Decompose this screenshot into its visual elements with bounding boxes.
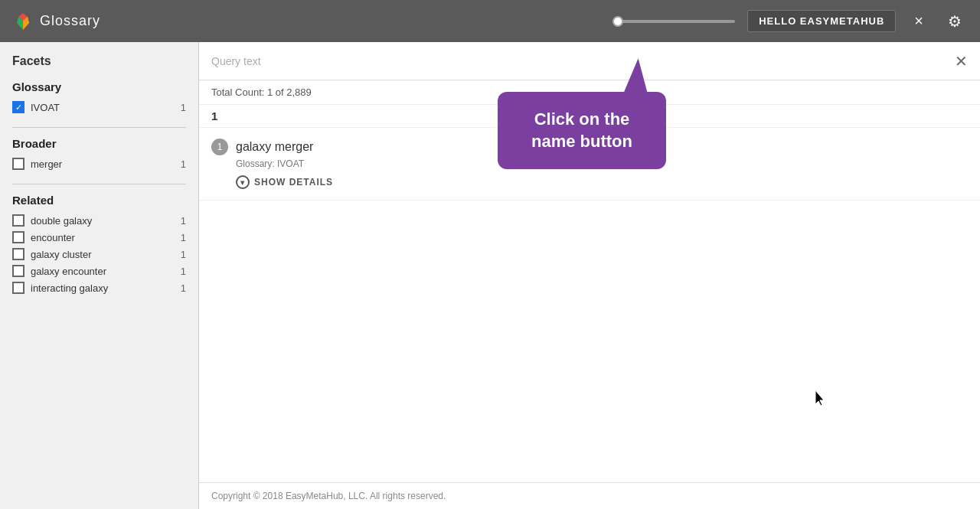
app-header: Glossary HELLO EASYMETAHUB × ⚙ xyxy=(0,0,980,42)
facet-section-title-glossary: Glossary xyxy=(12,80,186,93)
facet-section-glossary: Glossary IVOAT 1 xyxy=(12,80,186,113)
facet-item-double-galaxy: double galaxy 1 xyxy=(12,214,186,227)
facet-label-interacting-galaxy: interacting galaxy xyxy=(31,282,108,294)
show-details-button[interactable]: ▾ SHOW DETAILS xyxy=(236,175,333,189)
tooltip-bubble: Click on the name button xyxy=(498,92,666,169)
sidebar: Facets Glossary IVOAT 1 Broader merger 1 xyxy=(0,42,199,509)
facet-label-ivoat: IVOAT xyxy=(31,102,60,113)
query-bar: Query text ✕ xyxy=(199,42,980,80)
facet-item-galaxy-cluster: galaxy cluster 1 xyxy=(12,248,186,260)
footer-text: Copyright © 2018 EasyMetaHub, LLC. All r… xyxy=(211,491,446,501)
tooltip-text: Click on the name button xyxy=(531,109,632,151)
facet-count-merger: 1 xyxy=(181,158,186,170)
facet-count-ivoat: 1 xyxy=(181,102,186,113)
facet-section-title-broader: Broader xyxy=(12,137,186,150)
facet-checkbox-ivoat[interactable] xyxy=(12,101,24,113)
facet-section-title-related: Related xyxy=(12,194,186,207)
divider-1 xyxy=(12,127,186,128)
facet-count-interacting-galaxy: 1 xyxy=(181,282,186,294)
facet-label-merger: merger xyxy=(31,158,62,170)
user-button[interactable]: HELLO EASYMETAHUB xyxy=(747,10,896,32)
facet-label-galaxy-encounter: galaxy encounter xyxy=(31,266,106,277)
facet-section-related: Related double galaxy 1 encounter 1 ga xyxy=(12,194,186,294)
chevron-down-icon: ▾ xyxy=(236,175,250,189)
tooltip-callout: Click on the name button xyxy=(498,92,666,169)
facet-checkbox-interacting-galaxy[interactable] xyxy=(12,282,24,294)
facet-checkbox-encounter[interactable] xyxy=(12,231,24,243)
facet-item-interacting-galaxy: interacting galaxy 1 xyxy=(12,282,186,294)
facet-label-double-galaxy: double galaxy xyxy=(31,215,92,227)
main-layout: Facets Glossary IVOAT 1 Broader merger 1 xyxy=(0,42,980,509)
facet-count-galaxy-encounter: 1 xyxy=(181,266,186,277)
content-area: Query text ✕ Total Count: 1 of 2,889 1 1… xyxy=(199,42,980,509)
total-count-label: Total Count: 1 of 2,889 xyxy=(211,86,312,98)
slider-thumb[interactable] xyxy=(612,16,623,27)
facet-checkbox-galaxy-cluster[interactable] xyxy=(12,248,24,260)
gear-icon[interactable]: ⚙ xyxy=(942,9,968,34)
cursor-icon xyxy=(815,390,828,407)
show-details-label: SHOW DETAILS xyxy=(254,177,333,188)
facet-item-ivoat: IVOAT 1 xyxy=(12,101,186,113)
facet-item-galaxy-encounter: galaxy encounter 1 xyxy=(12,265,186,277)
slider-area[interactable] xyxy=(612,20,735,23)
facet-label-galaxy-cluster: galaxy cluster xyxy=(31,249,91,260)
page-number: 1 xyxy=(211,109,217,122)
facet-checkbox-galaxy-encounter[interactable] xyxy=(12,265,24,277)
app-title: Glossary xyxy=(40,13,100,29)
result-number-badge: 1 xyxy=(211,139,228,155)
query-close-button[interactable]: ✕ xyxy=(955,52,968,70)
facet-item-encounter: encounter 1 xyxy=(12,231,186,243)
facets-title: Facets xyxy=(12,54,186,68)
divider-2 xyxy=(12,184,186,184)
facet-count-galaxy-cluster: 1 xyxy=(181,249,186,260)
close-icon[interactable]: × xyxy=(908,9,929,33)
glossary-logo-icon xyxy=(12,11,34,32)
facet-item-merger: merger 1 xyxy=(12,158,186,170)
query-text-label: Query text xyxy=(211,55,949,67)
facet-count-double-galaxy: 1 xyxy=(181,215,186,227)
facet-count-encounter: 1 xyxy=(181,232,186,243)
result-name-button[interactable]: galaxy merger xyxy=(236,140,313,154)
facet-checkbox-double-galaxy[interactable] xyxy=(12,214,24,227)
facet-checkbox-merger[interactable] xyxy=(12,158,24,170)
slider-track[interactable] xyxy=(612,20,735,23)
facet-label-encounter: encounter xyxy=(31,232,75,243)
logo-area: Glossary xyxy=(12,11,600,32)
footer: Copyright © 2018 EasyMetaHub, LLC. All r… xyxy=(199,482,980,509)
facet-section-broader: Broader merger 1 xyxy=(12,137,186,170)
